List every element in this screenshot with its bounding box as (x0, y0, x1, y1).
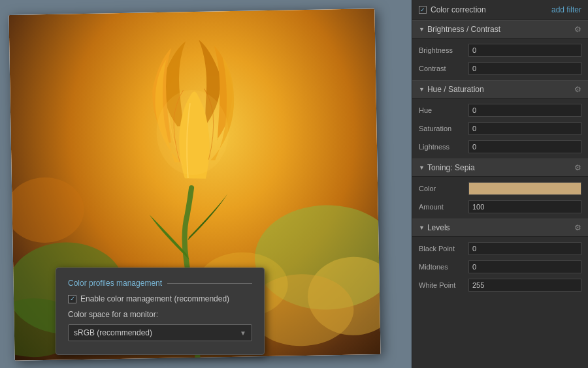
section-body-toning-sepia: ColorAmount (412, 177, 588, 219)
param-input-hue-saturation-0[interactable] (468, 104, 581, 117)
param-label-levels-2: White Point (419, 281, 465, 289)
section-header-hue-saturation[interactable]: ▼ Hue / Saturation ⚙ (412, 80, 588, 99)
param-label-levels-1: Midtones (419, 263, 465, 271)
color-space-select[interactable]: sRGB (recommended) ▼ (68, 324, 252, 341)
color-swatch-toning-sepia[interactable] (468, 182, 581, 195)
param-label-brightness-contrast-0: Brightness (419, 46, 465, 54)
param-label-hue-saturation-2: Lightness (419, 143, 465, 151)
section-arrow-levels: ▼ (419, 224, 425, 231)
param-row-brightness-contrast-1: Contrast (412, 59, 588, 78)
param-input-hue-saturation-2[interactable] (468, 140, 581, 153)
right-panel: Color correction add filter ▼ Brightness… (412, 0, 588, 368)
dialog-title-text: Color profiles management (68, 279, 162, 288)
svg-point-3 (8, 177, 84, 243)
section-gear-levels[interactable]: ⚙ (574, 223, 581, 232)
color-correction-label: Color correction (431, 5, 486, 14)
param-row-hue-saturation-0: Hue (412, 101, 588, 119)
enable-color-mgmt-checkbox[interactable] (68, 295, 76, 303)
param-input-levels-1[interactable] (468, 260, 581, 273)
param-label-levels-0: Black Point (419, 245, 465, 253)
param-input-hue-saturation-1[interactable] (468, 122, 581, 135)
color-correction-checkbox[interactable] (419, 6, 427, 14)
enable-color-management-row[interactable]: Enable color management (recommended) (68, 294, 252, 303)
enable-color-mgmt-label: Enable color management (recommended) (80, 294, 229, 303)
add-filter-button[interactable]: add filter (551, 5, 581, 14)
param-row-levels-2: White Point (412, 276, 588, 294)
dialog-title: Color profiles management (68, 279, 252, 288)
param-row-levels-1: Midtones (412, 258, 588, 276)
section-header-toning-sepia[interactable]: ▼ Toning: Sepia ⚙ (412, 159, 588, 177)
section-body-levels: Black PointMidtonesWhite Point (412, 237, 588, 297)
section-gear-toning-sepia[interactable]: ⚙ (574, 163, 581, 172)
section-label-hue-saturation: Hue / Saturation (427, 85, 484, 94)
section-title-toning-sepia: ▼ Toning: Sepia (419, 163, 475, 172)
section-gear-hue-saturation[interactable]: ⚙ (574, 85, 581, 94)
section-arrow-brightness-contrast: ▼ (419, 26, 425, 33)
section-arrow-hue-saturation: ▼ (419, 86, 425, 93)
color-profiles-dialog: Color profiles management Enable color m… (56, 268, 265, 355)
panel-header-left: Color correction (419, 5, 486, 14)
param-input-levels-2[interactable] (468, 279, 581, 292)
section-title-brightness-contrast: ▼ Brightness / Contrast (419, 25, 500, 34)
param-input-brightness-contrast-1[interactable] (468, 62, 581, 75)
section-body-hue-saturation: HueSaturationLightness (412, 99, 588, 159)
param-label-toning-sepia-0: Color (419, 185, 465, 192)
section-arrow-toning-sepia: ▼ (419, 164, 425, 171)
section-header-levels[interactable]: ▼ Levels ⚙ (412, 219, 588, 237)
param-input-brightness-contrast-0[interactable] (468, 44, 581, 57)
section-body-brightness-contrast: BrightnessContrast (412, 38, 588, 80)
sections-container: ▼ Brightness / Contrast ⚙ BrightnessCont… (412, 20, 588, 297)
param-label-hue-saturation-0: Hue (419, 106, 465, 114)
section-label-brightness-contrast: Brightness / Contrast (427, 25, 500, 34)
param-row-hue-saturation-1: Saturation (412, 119, 588, 138)
panel-header: Color correction add filter (412, 0, 588, 20)
param-row-brightness-contrast-0: Brightness (412, 41, 588, 59)
color-space-value: sRGB (recommended) (74, 328, 152, 337)
param-label-brightness-contrast-1: Contrast (419, 65, 465, 72)
param-row-toning-sepia-0: Color (412, 179, 588, 198)
section-title-levels: ▼ Levels (419, 223, 450, 232)
color-space-label: Color space for a monitor: (68, 310, 252, 319)
section-gear-brightness-contrast[interactable]: ⚙ (574, 25, 581, 34)
param-row-toning-sepia-1: Amount (412, 198, 588, 216)
section-label-toning-sepia: Toning: Sepia (427, 163, 475, 172)
param-row-hue-saturation-2: Lightness (412, 138, 588, 156)
section-label-levels: Levels (427, 223, 450, 232)
section-header-brightness-contrast[interactable]: ▼ Brightness / Contrast ⚙ (412, 20, 588, 38)
select-arrow-icon: ▼ (240, 330, 246, 337)
param-label-hue-saturation-1: Saturation (419, 125, 465, 132)
section-title-hue-saturation: ▼ Hue / Saturation (419, 85, 484, 94)
param-input-toning-sepia-1[interactable] (468, 200, 581, 213)
param-row-levels-0: Black Point (412, 239, 588, 258)
param-label-toning-sepia-1: Amount (419, 203, 465, 211)
param-input-levels-0[interactable] (468, 242, 581, 255)
